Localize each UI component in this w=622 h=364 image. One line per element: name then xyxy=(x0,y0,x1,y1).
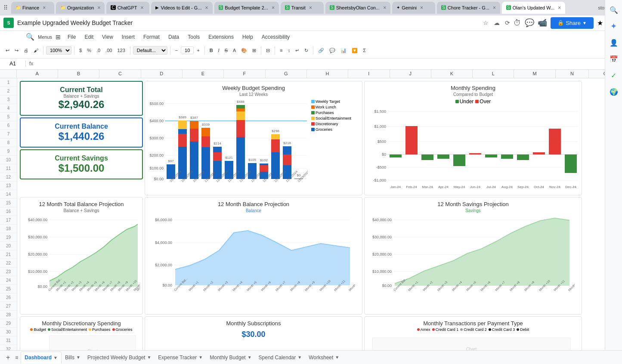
grid-icon[interactable]: ⊞ xyxy=(56,34,61,40)
menu-format[interactable]: Format xyxy=(140,33,163,41)
row-23[interactable]: 23 xyxy=(0,268,17,276)
row-7[interactable]: 7 xyxy=(0,130,17,139)
tab-close-icon[interactable]: × xyxy=(43,5,46,11)
menu-file[interactable]: File xyxy=(64,33,79,41)
row-10[interactable]: 10 xyxy=(0,156,17,164)
align-btn[interactable]: ≡ xyxy=(278,46,285,54)
row-19[interactable]: 19 xyxy=(0,233,17,242)
text-color-btn[interactable]: A xyxy=(231,46,238,54)
row-17[interactable]: 17 xyxy=(0,216,17,225)
col-C[interactable]: C xyxy=(99,70,141,78)
zoom-select[interactable]: 100% xyxy=(46,46,71,55)
tab-close-icon[interactable]: × xyxy=(558,5,561,11)
tab-olans-updated[interactable]: S Olan's Updated W... × xyxy=(502,2,565,14)
tab-sheetsbyolan[interactable]: S SheetsbyOlan Con... × xyxy=(325,2,390,14)
currency-btn[interactable]: $ xyxy=(77,46,84,54)
row-12[interactable]: 12 xyxy=(0,173,17,182)
col-M[interactable]: M xyxy=(514,70,555,78)
valign-btn[interactable]: ↕ xyxy=(286,46,293,54)
col-K[interactable]: K xyxy=(431,70,473,78)
menu-insert[interactable]: Insert xyxy=(118,33,138,41)
col-E[interactable]: E xyxy=(183,70,224,78)
tab-budget-template[interactable]: S Budget Template 2... × xyxy=(214,2,279,14)
chart-btn[interactable]: 📊 xyxy=(338,46,349,55)
tab-videos[interactable]: ▶ Videos to Edit - G... × xyxy=(151,2,212,14)
tab-close-icon[interactable]: × xyxy=(97,5,100,11)
tab-close-icon[interactable]: × xyxy=(383,5,386,11)
menu-tools[interactable]: Tools xyxy=(184,33,203,41)
tab-chore-tracker[interactable]: S Chore Tracker - G... × xyxy=(437,2,500,14)
row-18[interactable]: 18 xyxy=(0,225,17,233)
tab-monthly-budget[interactable]: Monthly Budget ▼ xyxy=(206,352,255,364)
tab-close-icon[interactable]: × xyxy=(272,5,275,11)
menu-help[interactable]: Help xyxy=(239,33,257,41)
tab-close-icon[interactable]: × xyxy=(420,5,423,11)
sidebar-chat-icon[interactable]: ✦ xyxy=(607,20,620,33)
history-icon[interactable]: ⟳ xyxy=(505,19,510,26)
row-27[interactable]: 27 xyxy=(0,302,17,311)
menu-data[interactable]: Data xyxy=(165,33,183,41)
row-4[interactable]: 4 xyxy=(0,104,17,113)
row-25[interactable]: 25 xyxy=(0,285,17,293)
row-24[interactable]: 24 xyxy=(0,276,17,285)
tab-gemini[interactable]: ✦ Gemini × xyxy=(392,2,435,14)
col-D[interactable]: D xyxy=(141,70,183,78)
row-22[interactable]: 22 xyxy=(0,259,17,268)
sheets-nav-left[interactable]: ≡ xyxy=(12,353,21,362)
add-sheet-button[interactable]: + xyxy=(3,352,12,363)
tab-worksheet[interactable]: Worksheet ▼ xyxy=(305,352,343,364)
row-2[interactable]: 2 xyxy=(0,87,17,96)
tab-expense-tracker[interactable]: Expense Tracker ▼ xyxy=(155,352,206,364)
tab-close-icon[interactable]: × xyxy=(309,5,312,11)
tab-close-icon[interactable]: × xyxy=(140,5,143,11)
row-28[interactable]: 28 xyxy=(0,311,17,319)
row-21[interactable]: 21 xyxy=(0,250,17,259)
row-3[interactable]: 3 xyxy=(0,96,17,104)
filter-btn[interactable]: 🔽 xyxy=(350,46,360,55)
row-11[interactable]: 11 xyxy=(0,164,17,173)
increase-font-btn[interactable]: + xyxy=(195,46,201,54)
star-filled-icon[interactable]: ★ xyxy=(597,19,603,27)
tab-chatgpt[interactable]: C ChatGPT × xyxy=(106,2,149,14)
tab-spend-calendar[interactable]: Spend Calendar ▼ xyxy=(255,352,306,364)
row-1[interactable]: 1 xyxy=(0,78,17,87)
paint-format-btn[interactable]: 🖌 xyxy=(31,46,40,54)
rotate-btn[interactable]: ↻ xyxy=(302,46,310,55)
function-btn[interactable]: Σ xyxy=(361,46,368,54)
sidebar-explore-icon[interactable]: 🔍 xyxy=(607,3,620,16)
strikethrough-btn[interactable]: S xyxy=(223,46,230,54)
row-16[interactable]: 16 xyxy=(0,207,17,216)
row-15[interactable]: 15 xyxy=(0,199,17,207)
increase-decimal-btn[interactable]: .00 xyxy=(103,46,114,54)
tab-dashboard[interactable]: Dashboard ▼ xyxy=(21,352,62,364)
row-20[interactable]: 20 xyxy=(0,242,17,250)
italic-btn[interactable]: I xyxy=(216,46,222,54)
menu-edit[interactable]: Edit xyxy=(81,33,97,41)
doc-title[interactable]: Example Upgraded Weekly Budget Tracker xyxy=(17,19,480,26)
row-29[interactable]: 29 xyxy=(0,319,17,328)
wrap-btn[interactable]: ↵ xyxy=(293,46,301,55)
menu-extensions[interactable]: Extensions xyxy=(205,33,237,41)
cell-reference-input[interactable]: A1 xyxy=(0,61,26,67)
menu-view[interactable]: View xyxy=(99,33,117,41)
fill-color-btn[interactable]: 🎨 xyxy=(239,46,249,55)
row-13[interactable]: 13 xyxy=(0,182,17,190)
font-select[interactable]: Default... xyxy=(133,46,167,55)
tab-organization[interactable]: 📁 Organization × xyxy=(56,2,105,14)
undo-btn[interactable]: ↩ xyxy=(3,46,12,55)
row-5[interactable]: 5 xyxy=(0,113,17,121)
row-30[interactable]: 30 xyxy=(0,328,17,336)
number-format-btn[interactable]: 123 xyxy=(115,46,127,54)
share-button[interactable]: 🔒 Share ▼ xyxy=(551,17,594,29)
row-14[interactable]: 14 xyxy=(0,190,17,199)
history-btn[interactable]: ⏱ xyxy=(514,19,521,28)
row-9[interactable]: 9 xyxy=(0,147,17,156)
tab-finance[interactable]: 📁 Finance × xyxy=(11,2,54,14)
redo-btn[interactable]: ↪ xyxy=(12,46,21,55)
row-6[interactable]: 6 xyxy=(0,121,17,130)
merge-cells-btn[interactable]: ⊟ xyxy=(264,46,272,55)
menus-label[interactable]: Menus xyxy=(38,34,52,40)
sidebar-contacts-icon[interactable]: 👤 xyxy=(607,36,620,49)
col-J[interactable]: J xyxy=(390,70,431,78)
col-A[interactable]: A xyxy=(17,70,58,78)
